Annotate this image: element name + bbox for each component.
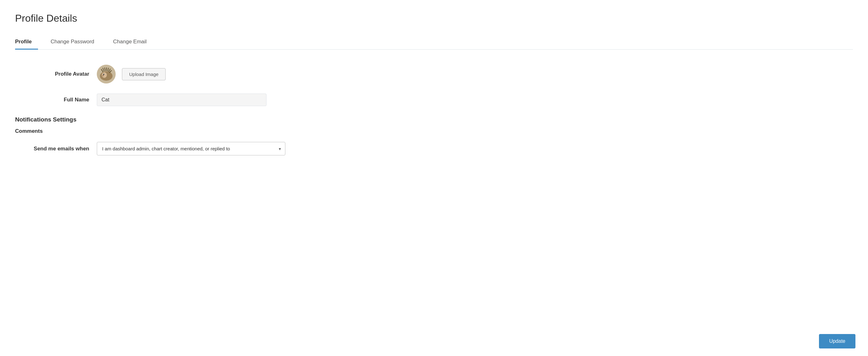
svg-point-9 <box>103 74 104 75</box>
comments-subheading: Comments <box>15 128 285 134</box>
avatar-row: Profile Avatar <box>15 65 285 83</box>
update-button[interactable]: Update <box>819 334 856 349</box>
profile-form: Profile Avatar <box>15 65 285 155</box>
send-emails-select-wrapper: I am dashboard admin, chart creator, men… <box>97 142 285 155</box>
avatar-control: Upload Image <box>97 65 285 83</box>
svg-line-7 <box>110 70 112 73</box>
full-name-control <box>97 94 285 106</box>
avatar <box>97 65 116 83</box>
send-emails-select[interactable]: I am dashboard admin, chart creator, men… <box>97 142 285 155</box>
svg-line-6 <box>109 69 110 72</box>
send-emails-control: I am dashboard admin, chart creator, men… <box>97 142 285 155</box>
avatar-label: Profile Avatar <box>15 71 97 77</box>
tab-change-email[interactable]: Change Email <box>112 35 153 49</box>
full-name-input[interactable] <box>97 94 267 106</box>
avatar-area: Upload Image <box>97 65 285 83</box>
svg-line-5 <box>108 68 108 71</box>
svg-point-8 <box>102 72 107 78</box>
full-name-label: Full Name <box>15 97 97 103</box>
notifications-heading: Notifications Settings <box>15 116 285 123</box>
tabs-bar: Profile Change Password Change Email <box>15 35 853 49</box>
tab-change-password[interactable]: Change Password <box>49 35 100 49</box>
tab-profile[interactable]: Profile <box>15 35 38 49</box>
svg-point-11 <box>102 75 104 76</box>
svg-point-10 <box>104 74 104 74</box>
avatar-image <box>97 65 116 83</box>
page-title: Profile Details <box>15 12 853 24</box>
svg-line-3 <box>105 68 105 71</box>
svg-line-1 <box>101 69 103 72</box>
send-emails-label: Send me emails when <box>15 146 97 152</box>
full-name-row: Full Name <box>15 94 285 106</box>
svg-line-2 <box>103 68 104 71</box>
send-emails-row: Send me emails when I am dashboard admin… <box>15 142 285 155</box>
upload-image-button[interactable]: Upload Image <box>122 68 166 80</box>
